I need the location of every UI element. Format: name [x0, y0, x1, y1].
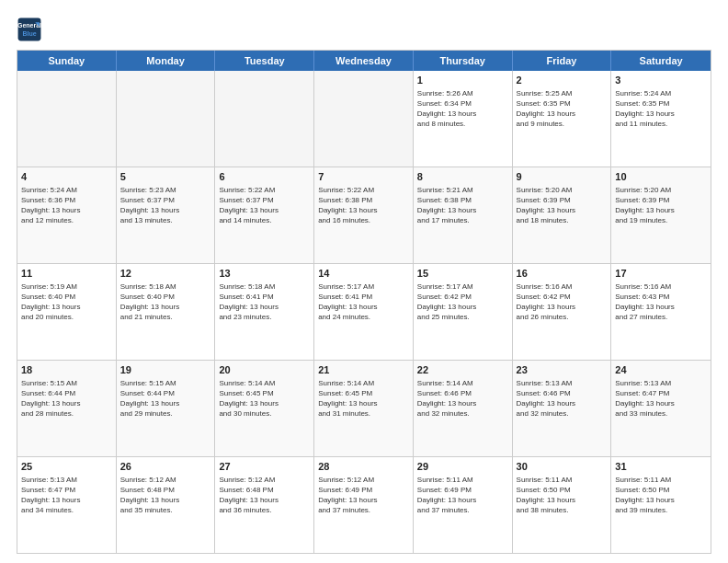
calendar-cell: 22Sunrise: 5:14 AM Sunset: 6:46 PM Dayli…	[414, 361, 513, 456]
day-number: 16	[517, 267, 608, 281]
day-number: 5	[120, 170, 211, 184]
calendar-cell: 1Sunrise: 5:26 AM Sunset: 6:34 PM Daylig…	[414, 71, 513, 167]
page: General Blue SundayMondayTuesdayWednesda…	[0, 0, 728, 563]
calendar: SundayMondayTuesdayWednesdayThursdayFrid…	[17, 50, 711, 554]
weekday-header-saturday: Saturday	[611, 51, 711, 71]
calendar-cell: 8Sunrise: 5:21 AM Sunset: 6:38 PM Daylig…	[414, 167, 513, 263]
calendar-cell: 29Sunrise: 5:11 AM Sunset: 6:49 PM Dayli…	[414, 457, 513, 553]
cell-info: Sunrise: 5:12 AM Sunset: 6:49 PM Dayligh…	[318, 475, 409, 516]
calendar-cell	[215, 71, 314, 167]
calendar-header: SundayMondayTuesdayWednesdayThursdayFrid…	[17, 51, 711, 71]
day-number: 22	[417, 363, 508, 377]
calendar-cell: 19Sunrise: 5:15 AM Sunset: 6:44 PM Dayli…	[117, 361, 216, 456]
weekday-header-tuesday: Tuesday	[215, 51, 314, 71]
calendar-cell: 12Sunrise: 5:18 AM Sunset: 6:40 PM Dayli…	[117, 264, 216, 360]
calendar-cell: 18Sunrise: 5:15 AM Sunset: 6:44 PM Dayli…	[17, 361, 117, 456]
cell-info: Sunrise: 5:20 AM Sunset: 6:39 PM Dayligh…	[517, 185, 608, 226]
cell-info: Sunrise: 5:11 AM Sunset: 6:49 PM Dayligh…	[417, 475, 508, 516]
calendar-cell	[117, 71, 216, 167]
calendar-cell: 17Sunrise: 5:16 AM Sunset: 6:43 PM Dayli…	[611, 264, 711, 360]
day-number: 20	[219, 363, 310, 377]
day-number: 23	[517, 363, 608, 377]
day-number: 10	[615, 170, 707, 184]
day-number: 13	[219, 267, 310, 281]
cell-info: Sunrise: 5:12 AM Sunset: 6:48 PM Dayligh…	[219, 475, 310, 516]
day-number: 18	[21, 363, 112, 377]
day-number: 26	[120, 460, 211, 474]
cell-info: Sunrise: 5:23 AM Sunset: 6:37 PM Dayligh…	[120, 185, 211, 226]
day-number: 8	[417, 170, 508, 184]
calendar-cell: 11Sunrise: 5:19 AM Sunset: 6:40 PM Dayli…	[17, 264, 117, 360]
calendar-cell	[17, 71, 117, 167]
header: General Blue	[17, 17, 711, 42]
day-number: 29	[417, 460, 508, 474]
calendar-cell: 15Sunrise: 5:17 AM Sunset: 6:42 PM Dayli…	[414, 264, 513, 360]
calendar-row-4: 18Sunrise: 5:15 AM Sunset: 6:44 PM Dayli…	[17, 361, 711, 457]
day-number: 28	[318, 460, 409, 474]
cell-info: Sunrise: 5:22 AM Sunset: 6:37 PM Dayligh…	[219, 185, 310, 226]
cell-info: Sunrise: 5:20 AM Sunset: 6:39 PM Dayligh…	[615, 185, 707, 226]
day-number: 1	[417, 74, 508, 87]
day-number: 4	[21, 170, 112, 184]
weekday-header-thursday: Thursday	[414, 51, 513, 71]
cell-info: Sunrise: 5:11 AM Sunset: 6:50 PM Dayligh…	[615, 475, 707, 516]
day-number: 30	[517, 460, 608, 474]
cell-info: Sunrise: 5:21 AM Sunset: 6:38 PM Dayligh…	[417, 185, 508, 226]
cell-info: Sunrise: 5:16 AM Sunset: 6:42 PM Dayligh…	[517, 282, 608, 323]
cell-info: Sunrise: 5:15 AM Sunset: 6:44 PM Dayligh…	[120, 378, 211, 419]
cell-info: Sunrise: 5:18 AM Sunset: 6:41 PM Dayligh…	[219, 282, 310, 323]
day-number: 7	[318, 170, 409, 184]
day-number: 12	[120, 267, 211, 281]
calendar-row-2: 4Sunrise: 5:24 AM Sunset: 6:36 PM Daylig…	[17, 167, 711, 264]
day-number: 19	[120, 363, 211, 377]
cell-info: Sunrise: 5:22 AM Sunset: 6:38 PM Dayligh…	[318, 185, 409, 226]
day-number: 6	[219, 170, 310, 184]
calendar-cell: 26Sunrise: 5:12 AM Sunset: 6:48 PM Dayli…	[117, 457, 216, 553]
day-number: 27	[219, 460, 310, 474]
logo: General Blue	[17, 17, 42, 42]
cell-info: Sunrise: 5:26 AM Sunset: 6:34 PM Dayligh…	[417, 88, 508, 130]
cell-info: Sunrise: 5:13 AM Sunset: 6:47 PM Dayligh…	[21, 475, 112, 516]
day-number: 25	[21, 460, 112, 474]
calendar-cell: 3Sunrise: 5:24 AM Sunset: 6:35 PM Daylig…	[611, 71, 711, 167]
cell-info: Sunrise: 5:13 AM Sunset: 6:46 PM Dayligh…	[517, 378, 608, 419]
cell-info: Sunrise: 5:17 AM Sunset: 6:41 PM Dayligh…	[318, 282, 409, 323]
calendar-cell: 28Sunrise: 5:12 AM Sunset: 6:49 PM Dayli…	[314, 457, 414, 553]
cell-info: Sunrise: 5:12 AM Sunset: 6:48 PM Dayligh…	[120, 475, 211, 516]
day-number: 14	[318, 267, 409, 281]
calendar-cell: 21Sunrise: 5:14 AM Sunset: 6:45 PM Dayli…	[314, 361, 414, 456]
cell-info: Sunrise: 5:24 AM Sunset: 6:35 PM Dayligh…	[615, 88, 707, 130]
calendar-cell: 13Sunrise: 5:18 AM Sunset: 6:41 PM Dayli…	[215, 264, 314, 360]
day-number: 21	[318, 363, 409, 377]
cell-info: Sunrise: 5:14 AM Sunset: 6:45 PM Dayligh…	[219, 378, 310, 419]
calendar-cell: 10Sunrise: 5:20 AM Sunset: 6:39 PM Dayli…	[611, 167, 711, 263]
cell-info: Sunrise: 5:18 AM Sunset: 6:40 PM Dayligh…	[120, 282, 211, 323]
calendar-cell: 4Sunrise: 5:24 AM Sunset: 6:36 PM Daylig…	[17, 167, 117, 263]
day-number: 31	[615, 460, 707, 474]
cell-info: Sunrise: 5:17 AM Sunset: 6:42 PM Dayligh…	[417, 282, 508, 323]
calendar-cell: 9Sunrise: 5:20 AM Sunset: 6:39 PM Daylig…	[513, 167, 612, 263]
calendar-cell: 24Sunrise: 5:13 AM Sunset: 6:47 PM Dayli…	[611, 361, 711, 456]
calendar-cell: 14Sunrise: 5:17 AM Sunset: 6:41 PM Dayli…	[314, 264, 414, 360]
cell-info: Sunrise: 5:16 AM Sunset: 6:43 PM Dayligh…	[615, 282, 707, 323]
cell-info: Sunrise: 5:24 AM Sunset: 6:36 PM Dayligh…	[21, 185, 112, 226]
day-number: 17	[615, 267, 707, 281]
calendar-row-5: 25Sunrise: 5:13 AM Sunset: 6:47 PM Dayli…	[17, 457, 711, 553]
calendar-cell: 31Sunrise: 5:11 AM Sunset: 6:50 PM Dayli…	[611, 457, 711, 553]
cell-info: Sunrise: 5:14 AM Sunset: 6:45 PM Dayligh…	[318, 378, 409, 419]
day-number: 9	[517, 170, 608, 184]
calendar-cell: 16Sunrise: 5:16 AM Sunset: 6:42 PM Dayli…	[513, 264, 612, 360]
calendar-cell: 30Sunrise: 5:11 AM Sunset: 6:50 PM Dayli…	[513, 457, 612, 553]
calendar-cell: 25Sunrise: 5:13 AM Sunset: 6:47 PM Dayli…	[17, 457, 117, 553]
day-number: 24	[615, 363, 707, 377]
day-number: 11	[21, 267, 112, 281]
day-number: 2	[517, 74, 608, 87]
calendar-cell	[314, 71, 414, 167]
weekday-header-wednesday: Wednesday	[314, 51, 414, 71]
svg-rect-0	[18, 18, 41, 41]
calendar-cell: 5Sunrise: 5:23 AM Sunset: 6:37 PM Daylig…	[117, 167, 216, 263]
calendar-body: 1Sunrise: 5:26 AM Sunset: 6:34 PM Daylig…	[17, 71, 711, 553]
day-number: 3	[615, 74, 707, 87]
weekday-header-monday: Monday	[117, 51, 216, 71]
cell-info: Sunrise: 5:14 AM Sunset: 6:46 PM Dayligh…	[417, 378, 508, 419]
